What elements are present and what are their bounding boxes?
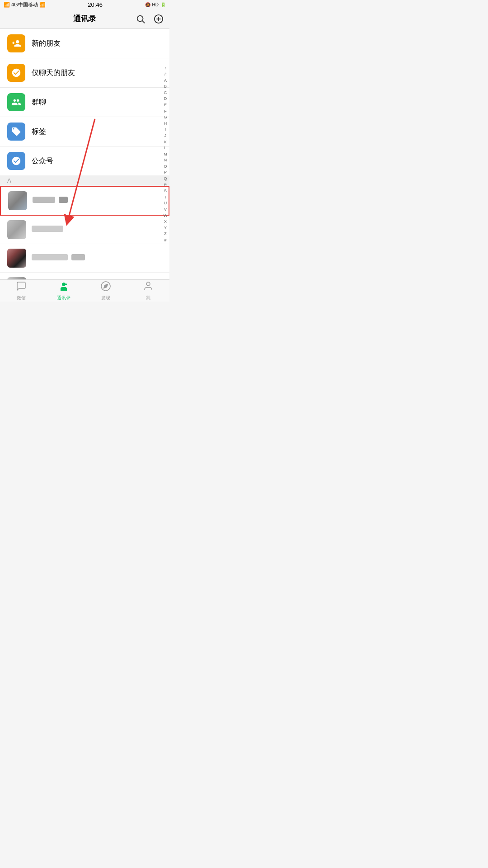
alpha-R[interactable]: R <box>164 182 167 188</box>
alpha-Y[interactable]: Y <box>164 225 167 231</box>
svg-point-6 <box>65 283 67 285</box>
alpha-M[interactable]: M <box>164 151 167 157</box>
search-button[interactable] <box>135 14 146 24</box>
alpha-A[interactable]: A <box>164 78 167 84</box>
chat-only-item[interactable]: 仅聊天的朋友 <box>0 58 169 88</box>
svg-rect-7 <box>65 286 67 286</box>
alpha-N[interactable]: N <box>164 157 167 163</box>
alphabet-sidebar: ↑ ☆ A B C D E F G H I J K L M N O P Q R … <box>161 29 169 279</box>
contact-name <box>32 254 85 262</box>
time-display: 20:46 <box>88 1 103 8</box>
alpha-T[interactable]: T <box>164 194 167 200</box>
alpha-Z[interactable]: Z <box>164 231 167 237</box>
svg-point-0 <box>137 15 143 21</box>
alpha-Q[interactable]: Q <box>164 176 167 182</box>
tags-label: 标签 <box>32 127 46 137</box>
hd-badge: HD <box>152 2 159 7</box>
new-friends-item[interactable]: 新的朋友 <box>0 29 169 58</box>
alpha-W[interactable]: W <box>164 213 168 219</box>
wifi-icon: 📶 <box>39 2 46 8</box>
alpha-U[interactable]: U <box>164 200 167 206</box>
alpha-V[interactable]: V <box>164 207 167 212</box>
alpha-hash[interactable]: # <box>164 237 166 243</box>
tab-me-label: 我 <box>146 295 150 301</box>
alpha-O[interactable]: O <box>164 164 167 170</box>
nav-actions <box>135 14 164 24</box>
alpha-H[interactable]: H <box>164 121 167 127</box>
status-right: 🔕 HD 🔋 <box>145 2 166 7</box>
person-icon <box>143 281 154 294</box>
group-chat-item[interactable]: 群聊 <box>0 88 169 117</box>
bell-icon: 🔕 <box>145 2 150 7</box>
signal-icon: 📶 <box>4 2 10 8</box>
status-left: 📶 4G中国移动 📶 <box>4 1 46 8</box>
contact-name <box>33 197 68 205</box>
compass-icon <box>100 281 111 294</box>
tab-contacts[interactable]: 通讯录 <box>42 280 85 302</box>
tab-discover[interactable]: 发现 <box>85 280 127 302</box>
alpha-B[interactable]: B <box>164 84 167 90</box>
contacts-icon <box>58 281 69 294</box>
alpha-E[interactable]: E <box>164 102 167 108</box>
group-chat-label: 群聊 <box>32 98 46 107</box>
svg-marker-9 <box>104 284 108 288</box>
tags-item[interactable]: 标签 <box>0 117 169 146</box>
contact-item-highlighted[interactable] <box>0 186 169 216</box>
chat-only-label: 仅聊天的朋友 <box>32 68 75 78</box>
avatar <box>7 277 26 279</box>
official-icon <box>7 152 25 170</box>
alpha-F[interactable]: F <box>164 108 167 114</box>
alpha-C[interactable]: C <box>164 90 167 96</box>
tab-discover-label: 发现 <box>101 295 110 301</box>
avatar <box>7 249 26 268</box>
official-label: 公众号 <box>32 156 53 166</box>
alpha-X[interactable]: X <box>164 219 167 225</box>
tab-weixin[interactable]: 微信 <box>0 280 42 302</box>
contact-list: 新的朋友 仅聊天的朋友 群聊 标签 公众号 A <box>0 29 169 279</box>
section-header-a: A <box>0 175 169 186</box>
chat-icon <box>16 281 27 294</box>
tab-bar: 微信 通讯录 发现 我 <box>0 279 169 302</box>
svg-line-1 <box>142 21 145 23</box>
tab-contacts-label: 通讯录 <box>57 295 70 301</box>
alpha-L[interactable]: L <box>164 145 166 151</box>
contact-item[interactable] <box>0 273 169 279</box>
contact-item[interactable] <box>0 244 169 273</box>
menu-section: 新的朋友 仅聊天的朋友 群聊 标签 公众号 <box>0 29 169 175</box>
alpha-D[interactable]: D <box>164 96 167 102</box>
tab-weixin-label: 微信 <box>17 295 26 301</box>
alpha-J[interactable]: J <box>164 133 167 139</box>
status-bar: 📶 4G中国移动 📶 20:46 🔕 HD 🔋 <box>0 0 169 9</box>
avatar <box>7 220 26 239</box>
new-friends-icon <box>7 34 25 52</box>
avatar <box>8 191 27 210</box>
contact-item[interactable] <box>0 216 169 244</box>
carrier-text: 4G中国移动 <box>11 1 38 8</box>
group-chat-icon <box>7 93 25 111</box>
chat-only-icon <box>7 64 25 82</box>
tab-me[interactable]: 我 <box>127 280 169 302</box>
alpha-G[interactable]: G <box>164 114 167 120</box>
battery-icon: 🔋 <box>160 2 166 7</box>
alpha-up[interactable]: ↑ <box>164 65 167 71</box>
alpha-I[interactable]: I <box>165 127 166 132</box>
contact-name <box>32 226 63 234</box>
alpha-K[interactable]: K <box>164 139 167 145</box>
tags-icon <box>7 123 25 141</box>
svg-point-10 <box>146 282 150 286</box>
alpha-star[interactable]: ☆ <box>164 71 167 77</box>
new-friends-label: 新的朋友 <box>32 39 61 48</box>
add-button[interactable] <box>153 14 164 24</box>
nav-bar: 通讯录 <box>0 9 169 29</box>
alpha-P[interactable]: P <box>164 170 167 175</box>
page-title: 通讯录 <box>73 14 96 24</box>
official-item[interactable]: 公众号 <box>0 146 169 175</box>
alpha-S[interactable]: S <box>164 188 167 194</box>
